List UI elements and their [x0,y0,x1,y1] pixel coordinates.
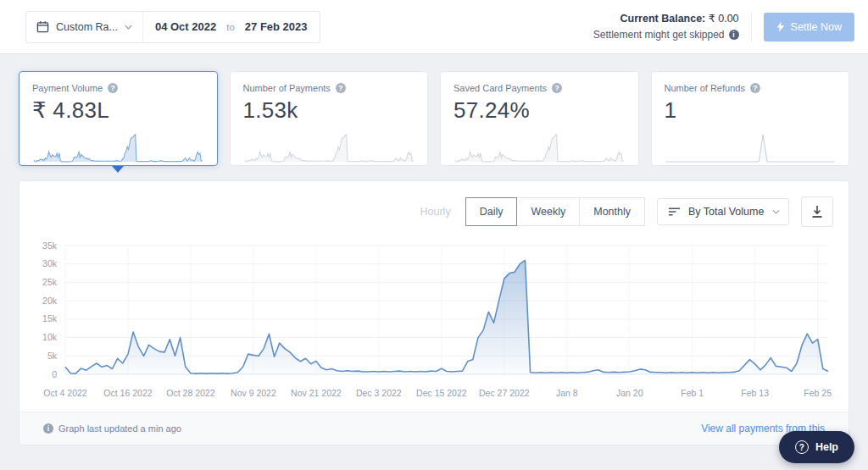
tab-daily[interactable]: Daily [465,197,518,226]
card-value: 57.24% [453,97,626,124]
settlement-note: Settlement might get skipped [593,27,725,43]
chevron-down-icon [772,209,780,214]
tab-weekly[interactable]: Weekly [516,197,580,226]
svg-text:0: 0 [52,369,57,379]
card-value: 1.53k [243,97,415,124]
chart-panel: Hourly Daily Weekly Monthly By Total Vol… [19,180,849,445]
date-range-preset[interactable]: Custom Ra... [26,12,143,42]
help-circle-icon[interactable]: ? [750,83,760,93]
card-payment-volume[interactable]: Payment Volume ? ₹ 4.83L [19,71,218,166]
chart-area-wrap: 05k10k15k20k25k30k35kOct 4 2022Oct 16 20… [19,227,849,408]
calendar-icon [36,20,49,33]
question-icon: ? [795,440,809,454]
sort-by-label: By Total Volume [688,206,764,218]
svg-text:35k: 35k [42,241,58,251]
svg-text:Oct 16 2022: Oct 16 2022 [103,388,152,398]
settle-now-label: Settle Now [791,21,842,33]
sparkline-chart [243,130,415,163]
svg-text:Feb 25: Feb 25 [804,388,832,398]
svg-text:Nov 21 2022: Nov 21 2022 [291,388,342,398]
date-range-separator: to [226,22,235,32]
svg-text:Oct 28 2022: Oct 28 2022 [166,388,214,398]
help-label: Help [815,441,838,453]
card-title-label: Saved Card Payments [453,83,547,93]
sparkline-chart [453,130,626,163]
date-range-values[interactable]: 04 Oct 2022 to 27 Feb 2023 [143,12,320,42]
svg-text:Feb 13: Feb 13 [741,388,769,398]
card-title-label: Payment Volume [32,83,103,93]
topbar-divider [751,12,752,42]
svg-text:Feb 1: Feb 1 [681,388,704,398]
info-icon: i [43,423,53,434]
card-title-label: Number of Payments [243,83,331,93]
svg-text:Oct 4 2022: Oct 4 2022 [43,388,87,398]
tab-monthly[interactable]: Monthly [579,197,645,226]
current-balance-label: Current Balance: [620,13,706,25]
chevron-down-icon [125,25,132,30]
svg-text:Jan 8: Jan 8 [556,388,578,398]
svg-text:Jan 20: Jan 20 [616,388,643,398]
card-value: 1 [665,97,837,124]
svg-text:25k: 25k [42,277,58,287]
help-circle-icon[interactable]: ? [108,83,118,93]
sort-icon [668,207,681,217]
svg-text:5k: 5k [47,351,58,361]
chart-panel-footer: i Graph last updated a min ago View all … [19,412,849,445]
metric-cards: Payment Volume ? ₹ 4.83L Number of Payme… [19,71,849,166]
balance-area: Current Balance: ₹ 0.00 Settlement might… [593,11,854,43]
topbar: Custom Ra... 04 Oct 2022 to 27 Feb 2023 … [0,0,868,54]
selected-card-arrow-icon [112,166,124,173]
payments-area-chart[interactable]: 05k10k15k20k25k30k35kOct 4 2022Oct 16 20… [26,234,840,408]
date-range-picker[interactable]: Custom Ra... 04 Oct 2022 to 27 Feb 2023 [25,11,320,43]
svg-text:20k: 20k [42,296,58,306]
help-button[interactable]: ? Help [779,431,854,463]
svg-text:Dec 15 2022: Dec 15 2022 [416,388,467,398]
download-button[interactable] [801,196,833,227]
svg-text:Nov 9 2022: Nov 9 2022 [231,388,276,398]
card-number-of-refunds[interactable]: Number of Refunds ? 1 [651,71,850,166]
granularity-tabs: Hourly Daily Weekly Monthly [406,197,645,226]
info-icon[interactable]: i [729,30,739,40]
sparkline-chart [32,130,204,163]
tab-hourly[interactable]: Hourly [406,197,465,226]
sort-by-dropdown[interactable]: By Total Volume [657,198,789,225]
sparkline-chart [665,130,837,163]
date-range-preset-label: Custom Ra... [56,21,118,33]
current-balance-value: ₹ 0.00 [709,13,739,25]
card-value: ₹ 4.83L [32,97,204,124]
download-icon [810,205,824,218]
last-updated-text: Graph last updated a min ago [58,423,181,434]
date-from: 04 Oct 2022 [155,20,216,33]
svg-text:Dec 3 2022: Dec 3 2022 [356,388,402,398]
svg-text:30k: 30k [42,258,58,268]
card-number-of-payments[interactable]: Number of Payments ? 1.53k [230,71,429,166]
card-title-label: Number of Refunds [665,83,745,93]
chart-controls: Hourly Daily Weekly Monthly By Total Vol… [19,181,849,227]
svg-text:15k: 15k [42,313,58,323]
balance-block: Current Balance: ₹ 0.00 Settlement might… [593,11,739,43]
settle-now-button[interactable]: Settle Now [764,13,854,41]
card-saved-card-payments[interactable]: Saved Card Payments ? 57.24% [440,71,639,166]
svg-text:10k: 10k [42,332,58,342]
svg-text:Dec 27 2022: Dec 27 2022 [479,388,530,398]
help-circle-icon[interactable]: ? [336,83,346,93]
date-to: 27 Feb 2023 [245,20,308,33]
lightning-icon [776,21,785,32]
help-circle-icon[interactable]: ? [552,83,562,93]
